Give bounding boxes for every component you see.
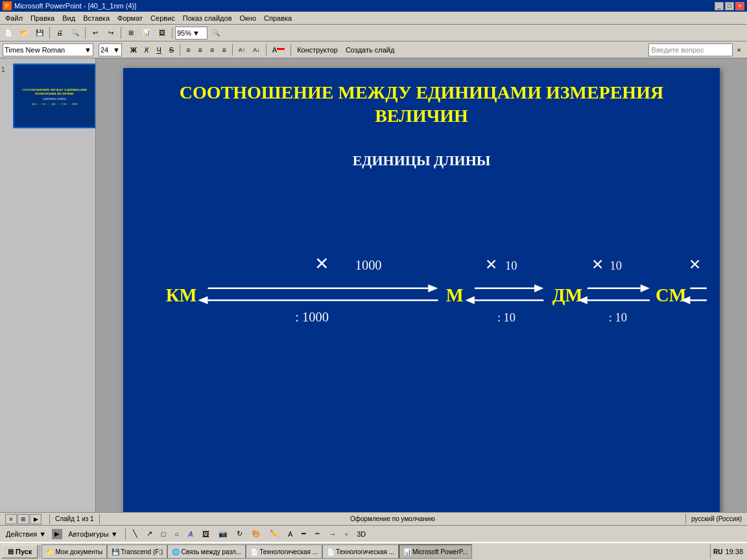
taskbar-item-1[interactable]: 💾 Transcend (F:) — [107, 544, 167, 559]
superscript-button[interactable]: A↑ — [235, 43, 249, 56]
divide-1000-label: : 1000 — [295, 310, 329, 324]
new-slide-button[interactable]: Создать слайд — [342, 43, 397, 56]
new-button[interactable]: 📄 — [1, 26, 16, 40]
close-button[interactable]: × — [735, 2, 744, 10]
bold-button[interactable]: Ж — [127, 43, 140, 56]
save-button[interactable]: 💾 — [32, 26, 47, 40]
language-indicator[interactable]: RU — [713, 548, 722, 555]
font-name-select[interactable]: Times New Roman ▼ — [3, 43, 93, 56]
arrow-style-button[interactable]: → — [326, 528, 339, 541]
ask-placeholder: Введите вопрос — [652, 46, 704, 54]
insert-chart-button[interactable]: 📊 — [139, 26, 154, 40]
insert-picture-button[interactable]: 🖼 — [155, 26, 169, 40]
shadow-button[interactable]: ▫ — [342, 528, 351, 541]
slide-subtitle[interactable]: ЕДИНИЦЫ ДЛИНЫ — [143, 152, 700, 169]
picture-button[interactable]: 📷 — [215, 528, 231, 541]
fmt-separator-4 — [290, 44, 291, 56]
slide-1[interactable]: СООТНОШЕНИЕ МЕЖДУ ЕДИНИЦАМИ ИЗМЕРЕНИЯ ВЕ… — [123, 68, 720, 515]
slideshow-button[interactable]: ▶ — [30, 514, 42, 524]
strikethrough-button[interactable]: S — [166, 43, 177, 56]
taskbar-item-3[interactable]: 📄 Технологическая ... — [246, 544, 322, 559]
autoshapes-button[interactable]: Автофигуры ▼ — [65, 528, 121, 541]
taskbar-item-4[interactable]: 📄 Технологическая ... — [322, 544, 399, 559]
normal-view-button[interactable]: ≡ — [5, 514, 17, 524]
font-size-select[interactable]: 24 ▼ — [99, 43, 122, 56]
multiply-1000-x: ✕ — [314, 254, 329, 274]
arrow-tool[interactable]: ↗ — [143, 528, 156, 541]
design-info: Оформление по умолчанию — [105, 515, 680, 522]
taskbar-item-5[interactable]: 📊 Microsoft PowerP... — [399, 544, 472, 559]
line-tool[interactable]: ╲ — [130, 528, 141, 541]
diagram-area: КМ ✕ 1000 : 1000 — [136, 211, 707, 379]
view-buttons[interactable]: ≡ ⊞ ▶ — [5, 514, 42, 524]
align-right-button[interactable]: ≡ — [207, 43, 217, 56]
font-color-draw-button[interactable]: A — [285, 528, 296, 541]
justify-button[interactable]: ≡ — [219, 43, 229, 56]
menu-view[interactable]: Вид — [58, 14, 79, 23]
font-color-button[interactable]: A — [269, 43, 288, 56]
menu-tools[interactable]: Сервис — [147, 14, 179, 23]
designer-button[interactable]: Конструктор — [294, 43, 341, 56]
underline-button[interactable]: Ч — [153, 43, 164, 56]
taskbar-item-2[interactable]: 🌐 Связь между разл... — [167, 544, 246, 559]
window-title: Microsoft PowerPoint - [40_1_1nm (4)] — [14, 2, 715, 10]
taskbar-label-1: Transcend (F:) — [121, 548, 163, 555]
maximize-button[interactable]: □ — [725, 2, 734, 10]
line-color-button[interactable]: ✏️ — [267, 528, 282, 541]
rect-tool[interactable]: □ — [158, 528, 169, 541]
oval-tool[interactable]: ○ — [171, 528, 182, 541]
slide-title[interactable]: СООТНОШЕНИЕ МЕЖДУ ЕДИНИЦАМИ ИЗМЕРЕНИЯ ВЕ… — [143, 81, 700, 128]
window-controls[interactable]: _ □ × — [715, 2, 744, 10]
toolbar-separator-3 — [121, 27, 121, 39]
actions-button[interactable]: Действия ▼ — [3, 528, 49, 541]
redo-button[interactable]: ↪ — [104, 26, 118, 40]
clipart-button[interactable]: 🖼 — [199, 528, 213, 541]
arrow-right-1 — [428, 285, 438, 292]
slide-info: Слайд 1 из 1 — [55, 515, 94, 522]
taskbar-icon-3: 📄 — [250, 548, 258, 555]
menu-help[interactable]: Справка — [260, 14, 296, 23]
zoom-icon[interactable]: 🔍 — [209, 26, 223, 40]
dash-style-button[interactable]: ┅ — [312, 528, 323, 541]
italic-button[interactable]: К — [141, 43, 152, 56]
taskbar-icon-0: 📁 — [46, 548, 54, 555]
line-style-button[interactable]: ━ — [298, 528, 309, 541]
taskbar-icon-1: 💾 — [112, 548, 119, 555]
fill-color-button[interactable]: 🎨 — [248, 528, 264, 541]
undo-button[interactable]: ↩ — [88, 26, 102, 40]
subscript-button[interactable]: A↓ — [250, 43, 263, 56]
3d-button[interactable]: 3D — [353, 528, 369, 541]
slide-sorter-button[interactable]: ⊞ — [18, 514, 29, 524]
select-tool[interactable]: ▶ — [52, 529, 62, 539]
menu-file[interactable]: Файл — [1, 14, 27, 23]
open-button[interactable]: 📂 — [17, 26, 31, 40]
menu-window[interactable]: Окно — [236, 14, 261, 23]
fmt-separator-2 — [232, 44, 233, 56]
wordart-button[interactable]: A — [185, 528, 196, 541]
align-center-button[interactable]: ≡ — [195, 43, 206, 56]
status-sep-2 — [99, 514, 100, 524]
unit-sm: СМ — [656, 285, 687, 305]
toolbar-separator-4 — [172, 27, 172, 39]
slide-thumbnail-1[interactable]: СООТНОШЕНИЕ МЕЖДУ ЕДИНИЦАМИ ИЗМЕРЕНИЯ ВЕ… — [13, 64, 96, 128]
status-sep-1 — [49, 514, 50, 524]
preview-button[interactable]: 🔍 — [68, 26, 82, 40]
taskbar-item-0[interactable]: 📁 Мои документы — [42, 544, 107, 559]
insert-table-button[interactable]: ⊞ — [124, 26, 138, 40]
menu-insert[interactable]: Вставка — [79, 14, 113, 23]
align-left-button[interactable]: ≡ — [183, 43, 193, 56]
ask-input[interactable]: Введите вопрос — [648, 43, 733, 56]
print-button[interactable]: 🖨 — [53, 26, 67, 40]
minimize-button[interactable]: _ — [715, 2, 724, 10]
zoom-select[interactable]: 95% ▼ — [175, 27, 208, 40]
taskbar-label-3: Технологическая ... — [259, 548, 318, 555]
menu-slideshow[interactable]: Показ слайдов — [179, 14, 236, 23]
rotate-button[interactable]: ↻ — [233, 528, 246, 541]
taskbar-label-5: Microsoft PowerP... — [412, 548, 468, 555]
close-help-button[interactable]: × — [734, 43, 744, 56]
menu-edit[interactable]: Правка — [27, 14, 58, 23]
menu-format[interactable]: Формат — [113, 14, 147, 23]
arrow-left-2 — [466, 296, 475, 304]
start-button[interactable]: ⊞ Пуск — [1, 544, 38, 559]
toolbar-separator-1 — [49, 27, 50, 39]
